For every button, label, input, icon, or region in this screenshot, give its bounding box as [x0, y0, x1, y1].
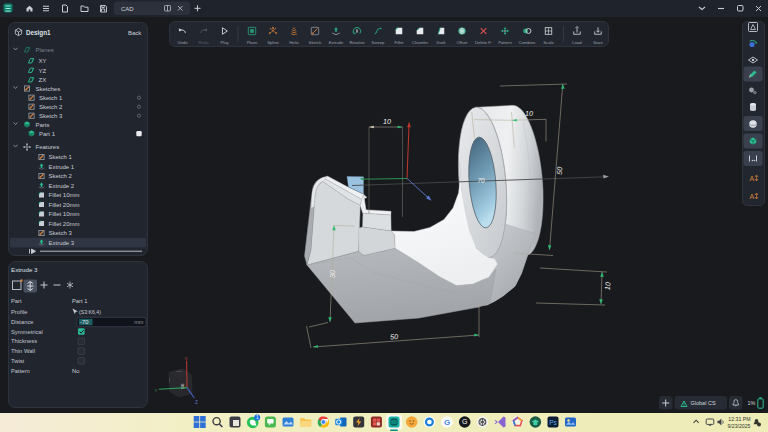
svg-text:Plane: Plane [247, 40, 258, 45]
svg-text:Scale: Scale [543, 40, 554, 45]
svg-text:Extrude 1: Extrude 1 [49, 164, 75, 170]
svg-text:Parts: Parts [36, 122, 50, 128]
svg-text:Sketch 2: Sketch 2 [49, 173, 73, 179]
svg-text:12:31 PM: 12:31 PM [728, 416, 750, 422]
svg-text:Thin Wall: Thin Wall [11, 348, 35, 354]
svg-text:Sketches: Sketches [36, 86, 61, 92]
svg-text:(S3:K6,4): (S3:K6,4) [79, 309, 101, 315]
svg-text:Chamfer: Chamfer [412, 40, 429, 45]
svg-text:Extrude 3: Extrude 3 [49, 240, 75, 246]
svg-text:Draft: Draft [436, 40, 446, 45]
svg-text:Thickness: Thickness [11, 338, 37, 344]
svg-text:Design1: Design1 [26, 29, 51, 37]
svg-text:Extrude: Extrude [329, 40, 344, 45]
svg-text:Sketch 3: Sketch 3 [39, 113, 63, 119]
svg-text:Symmetrical: Symmetrical [11, 329, 43, 335]
svg-text:Play: Play [220, 40, 229, 45]
svg-text:Ps: Ps [549, 419, 557, 426]
svg-text:Sketch 1: Sketch 1 [49, 154, 73, 160]
svg-text:A: A [750, 175, 755, 182]
svg-text:Fillet 10mm: Fillet 10mm [49, 211, 80, 217]
svg-text:A: A [750, 193, 755, 200]
svg-text:Sketch 2: Sketch 2 [39, 104, 63, 110]
svg-text:Distance: Distance [11, 319, 34, 325]
svg-text:Redo: Redo [198, 40, 209, 45]
svg-text:Back: Back [128, 30, 142, 36]
svg-text:No: No [72, 368, 79, 374]
svg-text:Fillet 20mm: Fillet 20mm [49, 221, 80, 227]
svg-text:Fillet 10mm: Fillet 10mm [49, 192, 80, 198]
svg-text:Save: Save [593, 40, 603, 45]
svg-text:Global CS: Global CS [691, 400, 716, 406]
svg-text:mm: mm [134, 319, 144, 325]
svg-text:Pattern: Pattern [11, 368, 30, 374]
svg-text:Extrude 2: Extrude 2 [49, 183, 75, 189]
svg-text:Part 1: Part 1 [39, 131, 56, 137]
svg-text:Extrude 3: Extrude 3 [11, 266, 38, 273]
svg-text:YZ: YZ [39, 68, 47, 74]
svg-text:G: G [462, 418, 467, 425]
svg-text:Sketch: Sketch [309, 40, 322, 45]
svg-text:Part: Part [11, 298, 22, 304]
svg-text:Planes: Planes [36, 47, 54, 53]
svg-text:Sweep: Sweep [372, 40, 385, 45]
svg-text:Offset: Offset [456, 40, 468, 45]
svg-text:Spline: Spline [267, 40, 279, 45]
svg-text:Sketch 1: Sketch 1 [39, 95, 63, 101]
svg-text:Pattern: Pattern [498, 40, 512, 45]
svg-text:Undo: Undo [177, 40, 188, 45]
svg-text:Combine: Combine [519, 40, 536, 45]
svg-text:Fillet: Fillet [395, 40, 405, 45]
svg-text:ZX: ZX [39, 77, 47, 83]
svg-text:Revolve: Revolve [349, 40, 365, 45]
svg-text:G: G [444, 418, 450, 427]
svg-text:Features: Features [36, 144, 60, 150]
svg-text:Twist: Twist [11, 358, 25, 364]
svg-text:-70: -70 [80, 319, 88, 325]
svg-text:Delete F:: Delete F: [475, 40, 492, 45]
svg-text:Load: Load [572, 40, 582, 45]
svg-text:Sketch 3: Sketch 3 [49, 230, 73, 236]
svg-text:9/23/2025: 9/23/2025 [727, 423, 750, 429]
svg-text:Profile: Profile [11, 309, 27, 315]
svg-text:Part 1: Part 1 [72, 298, 87, 304]
svg-text:1%: 1% [748, 400, 756, 406]
svg-text:XY: XY [39, 58, 47, 64]
svg-text:Helix: Helix [289, 40, 299, 45]
svg-text:Fillet 20mm: Fillet 20mm [49, 202, 80, 208]
